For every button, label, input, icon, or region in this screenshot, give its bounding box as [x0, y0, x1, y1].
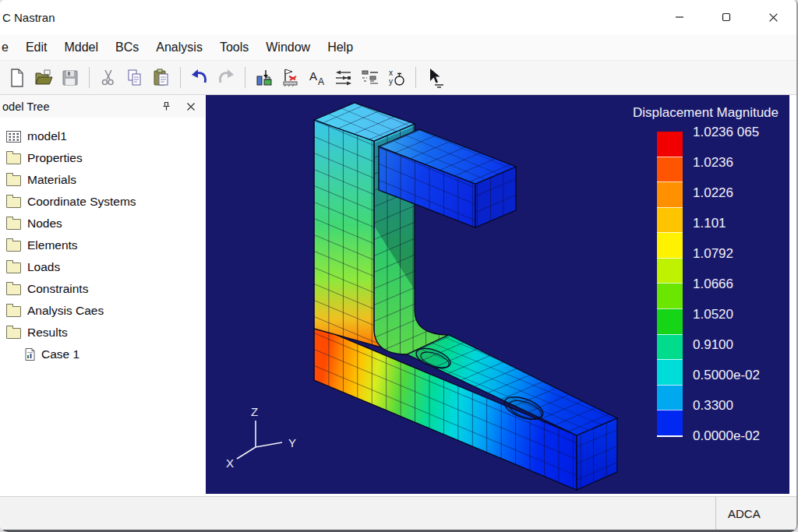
model-tree: model1 Properties Materials Coordinate S…: [0, 118, 205, 365]
legend-value: 1.0520: [693, 307, 779, 322]
tree-item-case-1[interactable]: Case 1: [0, 344, 205, 365]
menu-analysis[interactable]: Analysis: [147, 41, 211, 55]
tree-item-label: Case 1: [41, 347, 79, 361]
new-file-icon: [7, 68, 27, 88]
folder-icon: [6, 306, 21, 317]
tree-item-label: Nodes: [27, 217, 62, 231]
axis-y-label: Y: [288, 436, 296, 449]
toolbar-separator: [89, 67, 90, 88]
folder-icon: [6, 197, 21, 208]
text-style-button[interactable]: AA: [304, 65, 330, 91]
model-tree-header: odel Tree: [0, 95, 205, 118]
tree-item-results[interactable]: Results: [0, 322, 205, 344]
maximize-icon: [722, 12, 731, 22]
minimize-button[interactable]: [656, 0, 703, 34]
cut-button[interactable]: [95, 65, 122, 91]
legend-color-band: [657, 359, 683, 385]
graphics-viewport[interactable]: Z Y X Displacement Magnitude 1.0236 065 …: [206, 95, 789, 494]
legend-value: 1.101: [693, 216, 779, 231]
display-options-button[interactable]: [357, 65, 383, 91]
cut-icon: [98, 68, 118, 88]
legend-labels: 1.0236 065 1.0236 1.0226 1.101 1.0792 1.…: [693, 125, 779, 444]
legend-color-band: [657, 410, 683, 435]
folder-icon: [6, 153, 21, 164]
tree-item-label: model1: [27, 129, 67, 143]
tree-item-model1[interactable]: model1: [0, 125, 205, 147]
contour-legend: 1.0236 065 1.0236 1.0226 1.101 1.0792 1.…: [657, 132, 779, 444]
legend-color-band: [657, 232, 683, 258]
close-panel-button[interactable]: [185, 100, 197, 113]
close-icon: [768, 12, 779, 23]
toolbar-separator: [180, 67, 181, 88]
tree-item-analysis-cases[interactable]: Analysis Caes: [0, 300, 205, 322]
create-load-icon: [254, 68, 274, 88]
menu-model[interactable]: Mddel: [55, 41, 107, 55]
legend-color-band: [657, 308, 683, 334]
legend-value: 1.0236 065: [693, 125, 779, 140]
open-file-button[interactable]: [30, 65, 57, 91]
select-pointer-button[interactable]: [422, 65, 448, 91]
menu-bcs[interactable]: BCs: [107, 41, 147, 55]
menu-file[interactable]: e: [0, 41, 17, 55]
menu-window[interactable]: Window: [257, 41, 319, 55]
legend-color-band: [657, 181, 683, 207]
model-tree-title: odel Tree: [2, 100, 49, 113]
copy-button[interactable]: [122, 65, 148, 91]
menu-edit[interactable]: Edit: [17, 41, 56, 55]
status-text: ADCA: [728, 507, 761, 520]
tree-item-materials[interactable]: Materials: [0, 169, 205, 191]
tree-item-label: Loads: [27, 260, 60, 274]
folder-icon: [6, 219, 21, 230]
legend-value: 0.5000e-02: [693, 368, 779, 383]
redo-icon: [216, 68, 236, 88]
paste-icon: [151, 68, 171, 88]
undo-button[interactable]: [186, 65, 213, 91]
pick-coordinates-button[interactable]: xy: [383, 65, 410, 91]
close-panel-icon: [186, 102, 196, 111]
tree-item-coordinate-systems[interactable]: Coordinate Systems: [0, 191, 205, 213]
legend-color-band: [657, 132, 683, 157]
tree-item-label: Analysis Caes: [27, 304, 104, 318]
folder-icon: [6, 284, 21, 295]
menu-tools[interactable]: Tools: [211, 41, 257, 55]
redo-button[interactable]: [213, 65, 239, 91]
folder-icon: [6, 241, 21, 252]
tree-item-properties[interactable]: Properties: [0, 147, 205, 169]
tree-item-constraints[interactable]: Constraints: [0, 278, 205, 300]
tree-item-nodes[interactable]: Nodes: [0, 213, 205, 234]
create-constraint-icon: [281, 68, 301, 88]
tree-item-loads[interactable]: Loads: [0, 256, 205, 278]
tree-item-elements[interactable]: Elements: [0, 234, 205, 256]
toolbar: AA xy: [0, 61, 796, 95]
tree-item-label: Coordinate Systems: [27, 195, 136, 209]
legend-value: 0.0000e-02: [693, 428, 779, 444]
legend-value: 1.0236: [693, 155, 779, 171]
save-icon: [60, 68, 80, 88]
tree-item-label: Constraints: [27, 282, 88, 296]
legend-value: 1.0792: [693, 246, 779, 262]
result-case-icon: [25, 348, 35, 361]
create-constraint-button[interactable]: [277, 65, 304, 91]
legend-colorbar: [657, 132, 683, 437]
legend-title: Displacement Magnitude: [633, 105, 779, 121]
save-file-button[interactable]: [57, 65, 83, 91]
paste-button[interactable]: [148, 65, 175, 91]
menu-bar: e Edit Mddel BCs Analysis Tools Window H…: [0, 34, 796, 61]
axis-z-label: Z: [251, 405, 258, 418]
load-options-button[interactable]: [330, 65, 357, 91]
legend-value: 1.0666: [693, 277, 779, 292]
folder-icon: [6, 262, 21, 273]
create-load-button[interactable]: [251, 65, 277, 91]
new-file-button[interactable]: [4, 65, 30, 91]
model-grid-icon: [6, 131, 21, 143]
application-window: C Nastran e Edit Mddel BCs Analysis Tool…: [0, 0, 798, 532]
svg-text:x: x: [389, 69, 393, 77]
tree-item-label: Properties: [27, 151, 83, 165]
open-file-icon: [34, 68, 54, 88]
menu-help[interactable]: Help: [319, 41, 362, 55]
pin-icon: [161, 101, 171, 111]
pin-panel-button[interactable]: [160, 100, 172, 113]
maximize-button[interactable]: [703, 0, 750, 34]
text-style-icon: AA: [307, 68, 327, 88]
close-button[interactable]: [750, 0, 796, 34]
